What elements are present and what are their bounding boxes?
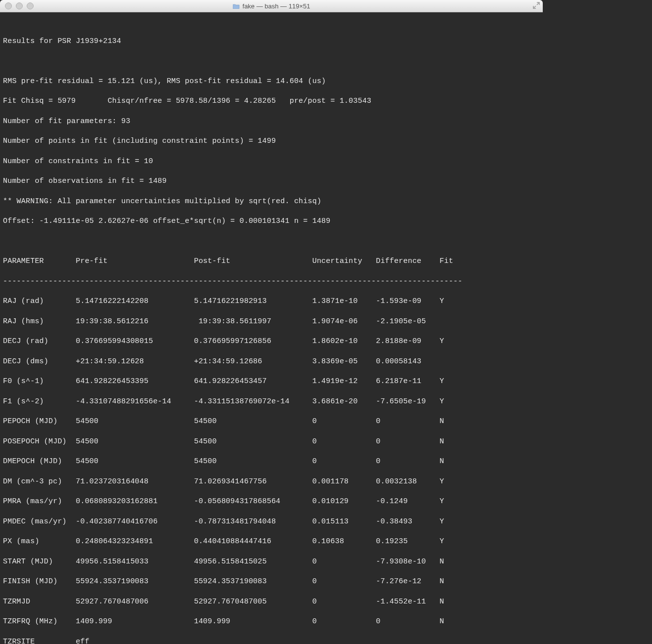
table-row: POSEPOCH (MJD) 54500 54500 0 0 N xyxy=(3,437,540,447)
table-row: TZRMJD 52927.7670487006 52927.7670487005… xyxy=(3,597,540,607)
output-line: Results for PSR J1939+2134 xyxy=(3,37,540,46)
table-row: PEPOCH (MJD) 54500 54500 0 0 N xyxy=(3,417,540,427)
output-line: Offset: -1.49111e-05 2.62627e-06 offset_… xyxy=(3,216,540,226)
output-line: Number of fit parameters: 93 xyxy=(3,117,540,127)
table-header: PARAMETER Pre-fit Post-fit Uncertainty D… xyxy=(3,257,540,266)
terminal-output[interactable]: Results for PSR J1939+2134 RMS pre-fit r… xyxy=(0,12,543,644)
output-line: Fit Chisq = 5979 Chisqr/nfree = 5978.58/… xyxy=(3,96,540,106)
expand-icon[interactable] xyxy=(533,2,540,9)
output-line: Number of points in fit (including const… xyxy=(3,136,540,146)
table-row: F1 (s^-2) -4.33107488291656e-14 -4.33115… xyxy=(3,397,540,407)
output-line: RMS pre-fit residual = 15.121 (us), RMS … xyxy=(3,77,540,86)
table-row: DECJ (dms) +21:34:59.12628 +21:34:59.126… xyxy=(3,357,540,367)
window-title-text: fake — bash — 119×51 xyxy=(243,2,310,10)
table-row: DMEPOCH (MJD) 54500 54500 0 0 N xyxy=(3,457,540,467)
terminal-window: fake — bash — 119×51 Results for PSR J19… xyxy=(0,0,543,644)
table-row: TZRFRQ (MHz) 1409.999 1409.999 0 0 N xyxy=(3,617,540,627)
table-row: DM (cm^-3 pc) 71.0237203164048 71.026934… xyxy=(3,477,540,487)
table-row: F0 (s^-1) 641.928226453395 641.928226453… xyxy=(3,377,540,386)
table-row: PMRA (mas/yr) 0.0680893203162881 -0.0568… xyxy=(3,497,540,507)
table-row: TZRSITE eff xyxy=(3,637,540,644)
window-controls xyxy=(0,2,34,9)
close-icon[interactable] xyxy=(5,2,12,9)
table-row: FINISH (MJD) 55924.3537190083 55924.3537… xyxy=(3,577,540,587)
table-row: PMDEC (mas/yr) -0.402387740416706 -0.787… xyxy=(3,517,540,527)
output-line: ** WARNING: All parameter uncertainties … xyxy=(3,197,540,207)
minimize-icon[interactable] xyxy=(16,2,23,9)
table-rule: ----------------------------------------… xyxy=(3,277,540,287)
folder-icon xyxy=(233,3,240,9)
window-title: fake — bash — 119×51 xyxy=(0,2,543,10)
zoom-icon[interactable] xyxy=(27,2,34,9)
table-row: RAJ (rad) 5.14716222142208 5.14716221982… xyxy=(3,297,540,306)
table-row: DECJ (rad) 0.376695994308015 0.376695997… xyxy=(3,337,540,346)
titlebar[interactable]: fake — bash — 119×51 xyxy=(0,0,543,12)
output-line: Number of constraints in fit = 10 xyxy=(3,157,540,167)
table-row: START (MJD) 49956.5158415033 49956.51584… xyxy=(3,557,540,567)
table-row: RAJ (hms) 19:39:38.5612216 19:39:38.5611… xyxy=(3,317,540,327)
table-row: PX (mas) 0.248064323234891 0.44041088444… xyxy=(3,537,540,547)
output-line: Number of observations in fit = 1489 xyxy=(3,176,540,186)
